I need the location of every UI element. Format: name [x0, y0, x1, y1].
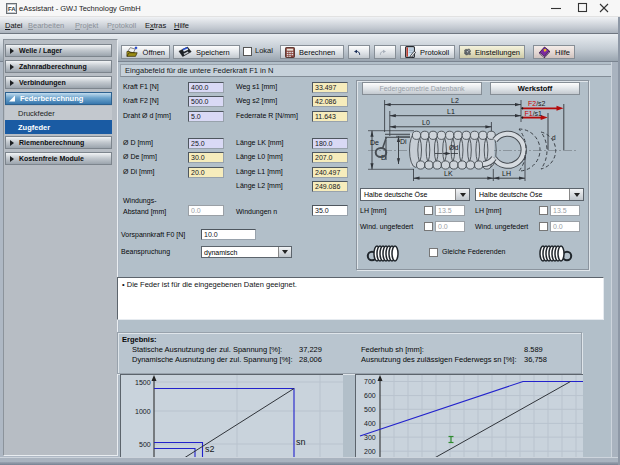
svg-text:s2: s2 — [205, 444, 215, 454]
svg-text:F2/s2: F2/s2 — [528, 100, 546, 107]
svg-text:Di: Di — [400, 138, 407, 145]
svg-text:L0: L0 — [422, 119, 430, 126]
svg-text:F1/s1: F1/s1 — [525, 110, 543, 117]
svg-text:1500: 1500 — [135, 379, 151, 386]
svg-text:600: 600 — [364, 392, 376, 399]
svg-text:500: 500 — [364, 406, 376, 413]
svg-text:Ød: Ød — [449, 144, 458, 151]
svg-text:LH: LH — [502, 170, 511, 177]
svg-text:400: 400 — [364, 420, 376, 427]
svg-text:1000: 1000 — [135, 408, 151, 415]
svg-text:L1: L1 — [447, 108, 455, 115]
svg-text:LK: LK — [444, 170, 453, 177]
svg-text:500: 500 — [139, 441, 151, 448]
svg-text:d: d — [552, 134, 556, 141]
svg-text:200: 200 — [364, 448, 376, 455]
svg-text:FA: FA — [8, 6, 16, 12]
svg-text:L2: L2 — [451, 97, 459, 104]
svg-text:sn: sn — [296, 437, 306, 447]
svg-text:De: De — [370, 139, 379, 146]
svg-text:700: 700 — [364, 378, 376, 385]
